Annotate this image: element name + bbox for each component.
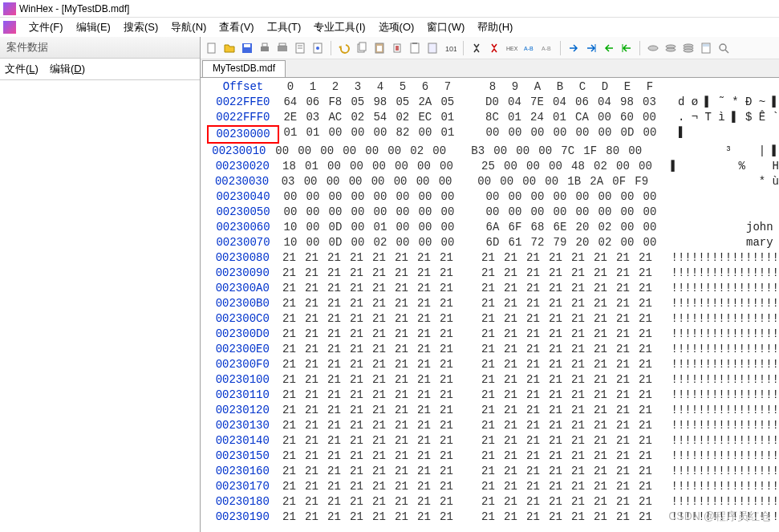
search-glass-icon[interactable] bbox=[716, 40, 732, 56]
hex-row[interactable]: 0022FFF02E03AC025402EC018C012401CA006000… bbox=[207, 110, 779, 125]
paste-icon[interactable] bbox=[371, 40, 387, 56]
find-red-icon[interactable] bbox=[486, 40, 502, 56]
bytes-group-2[interactable]: 2121212121212121 bbox=[477, 266, 660, 281]
bytes-group-1[interactable]: 2121212121212121 bbox=[278, 311, 461, 327]
hex-row[interactable]: 002300C021212121212121212121212121212121… bbox=[207, 311, 779, 327]
paste-props-icon[interactable] bbox=[310, 40, 326, 56]
bytes-group-2[interactable]: 2121212121212121 bbox=[477, 433, 660, 449]
ascii-cell[interactable]: john bbox=[679, 220, 773, 235]
hex-row[interactable]: 002300E021212121212121212121212121212121… bbox=[207, 342, 779, 357]
hex-row[interactable]: 0023014021212121212121212121212121212121… bbox=[207, 433, 779, 449]
bytes-group-2[interactable]: 2121212121212121 bbox=[477, 250, 660, 266]
arrow-right2-icon[interactable] bbox=[583, 40, 599, 56]
menu-item-7[interactable]: 选项(O) bbox=[372, 18, 421, 36]
hex3-icon[interactable]: A-B bbox=[539, 40, 555, 56]
bytes-group-1[interactable]: 0000000000000200 bbox=[271, 144, 451, 159]
bytes-group-1[interactable]: 0101000000820001 bbox=[279, 125, 465, 144]
hex-row[interactable]: 0023000001010000008200010000000000000D00… bbox=[207, 125, 779, 144]
bytes-group-1[interactable]: 2121212121212121 bbox=[278, 296, 461, 311]
bytes-group-2[interactable]: 2121212121212121 bbox=[477, 464, 660, 479]
bytes-group-1[interactable]: 2121212121212121 bbox=[278, 342, 461, 357]
arrow-right-icon[interactable] bbox=[566, 40, 582, 56]
bytes-group-2[interactable]: 2121212121212121 bbox=[477, 388, 660, 403]
bytes-group-2[interactable]: 2121212121212121 bbox=[477, 357, 660, 372]
hex-row[interactable]: 0023006010000D00010000006A6F686E20020000… bbox=[207, 220, 779, 235]
bytes-group-1[interactable]: 2121212121212121 bbox=[278, 281, 461, 296]
bytes-group-1[interactable]: 2121212121212121 bbox=[278, 357, 461, 372]
bytes-group-2[interactable]: 2121212121212121 bbox=[477, 372, 660, 388]
ascii-cell[interactable]: !!!!!!!!!!!!!!!! bbox=[671, 372, 779, 388]
bytes-group-1[interactable]: 2121212121212121 bbox=[278, 479, 461, 494]
hex-row[interactable]: 0023012021212121212121212121212121212121… bbox=[207, 403, 779, 418]
bytes-group-1[interactable]: 10000D0001000000 bbox=[279, 220, 465, 235]
hex-row[interactable]: 0023018021212121212121212121212121212121… bbox=[207, 494, 779, 510]
menu-item-2[interactable]: 搜索(S) bbox=[117, 18, 164, 36]
bytes-group-2[interactable]: 2500000048020000 bbox=[477, 159, 660, 174]
bytes-group-1[interactable]: 10000D0002000000 bbox=[279, 235, 465, 250]
bytes-group-2[interactable]: 0000000000000D00 bbox=[481, 125, 667, 144]
binary-icon[interactable]: 101 bbox=[442, 40, 458, 56]
ascii-cell[interactable]: * ù bbox=[664, 174, 779, 189]
ascii-cell[interactable]: ▌ bbox=[679, 125, 685, 144]
ascii-cell[interactable]: !!!!!!!!!!!!!!!! bbox=[671, 464, 779, 479]
bytes-group-2[interactable]: 0000000000000000 bbox=[481, 205, 667, 220]
sidebar-item-file[interactable]: 文件(L) bbox=[5, 62, 39, 76]
hex-row[interactable]: 002300A021212121212121212121212121212121… bbox=[207, 281, 779, 296]
tab-file[interactable]: MyTestDB.mdf bbox=[202, 60, 286, 78]
hex-row[interactable]: 0022FFE06406F80598052A05D0047E0406049803… bbox=[207, 95, 779, 110]
hex-row[interactable]: 002300D021212121212121212121212121212121… bbox=[207, 327, 779, 342]
bytes-group-1[interactable]: 2121212121212121 bbox=[278, 388, 461, 403]
ascii-cell[interactable]: !!!!!!!!!!!!!!!! bbox=[671, 418, 779, 433]
bytes-group-2[interactable]: 2121212121212121 bbox=[477, 510, 660, 525]
bytes-group-2[interactable]: 2121212121212121 bbox=[477, 296, 660, 311]
hex-row[interactable]: 002300F021212121212121212121212121212121… bbox=[207, 357, 779, 372]
ascii-cell[interactable]: !!!!!!!!!!!!!!!! bbox=[671, 296, 779, 311]
ascii-cell[interactable]: !!!!!!!!!!!!!!!! bbox=[671, 479, 779, 494]
bytes-group-2[interactable]: 2121212121212121 bbox=[477, 327, 660, 342]
hex-row[interactable]: 0023010021212121212121212121212121212121… bbox=[207, 372, 779, 388]
hex-row[interactable]: 002300B021212121212121212121212121212121… bbox=[207, 296, 779, 311]
hex-row[interactable]: 0023016021212121212121212121212121212121… bbox=[207, 464, 779, 479]
ascii-cell[interactable]: !!!!!!!!!!!!!!!! bbox=[671, 327, 779, 342]
hex-row[interactable]: 0023007010000D00020000006D61727920020000… bbox=[207, 235, 779, 250]
ascii-cell[interactable]: !!!!!!!!!!!!!!!! bbox=[671, 342, 779, 357]
properties-icon[interactable] bbox=[292, 40, 308, 56]
arrow-left2-icon[interactable] bbox=[619, 40, 635, 56]
ascii-cell[interactable]: !!!!!!!!!!!!!!!! bbox=[671, 250, 779, 266]
ascii-cell[interactable]: !!!!!!!!!!!!!!!! bbox=[671, 281, 779, 296]
bytes-group-2[interactable]: 6D61727920020000 bbox=[481, 235, 667, 250]
ascii-cell[interactable]: !!!!!!!!!!!!!!!! bbox=[671, 510, 779, 525]
ascii-cell[interactable]: !!!!!!!!!!!!!!!! bbox=[671, 403, 779, 418]
menu-item-4[interactable]: 查看(V) bbox=[213, 18, 260, 36]
disk3-icon[interactable] bbox=[680, 40, 696, 56]
hex-row[interactable]: 0023017021212121212121212121212121212121… bbox=[207, 479, 779, 494]
bytes-group-1[interactable]: 2121212121212121 bbox=[278, 250, 461, 266]
bytes-group-2[interactable]: 8C012401CA006000 bbox=[481, 110, 667, 125]
menu-item-0[interactable]: 文件(F) bbox=[22, 18, 70, 36]
find-icon[interactable] bbox=[469, 40, 485, 56]
ascii-cell[interactable]: !!!!!!!!!!!!!!!! bbox=[671, 433, 779, 449]
hex2-icon[interactable]: A-B bbox=[521, 40, 538, 56]
clipboard-icon[interactable] bbox=[407, 40, 423, 56]
calc-icon[interactable] bbox=[698, 40, 714, 56]
hex-area[interactable]: Offset0123456789ABCDEF0022FFE06406F80598… bbox=[201, 77, 779, 532]
clipboard2-icon[interactable] bbox=[424, 40, 440, 56]
ascii-cell[interactable]: . ¬ T ì ▌ $ Ê ` bbox=[678, 110, 779, 125]
ascii-cell[interactable]: !!!!!!!!!!!!!!!! bbox=[671, 311, 779, 327]
ascii-cell[interactable]: d ø ▌ ˜ * Ð ~ ▌ bbox=[678, 95, 779, 110]
bytes-group-1[interactable]: 2121212121212121 bbox=[278, 266, 461, 281]
bytes-group-1[interactable]: 2121212121212121 bbox=[278, 418, 461, 433]
hex-row[interactable]: 0023019021212121212121212121212121212121… bbox=[207, 510, 779, 525]
open-icon[interactable] bbox=[221, 40, 237, 56]
ascii-cell[interactable]: !!!!!!!!!!!!!!!! bbox=[671, 494, 779, 510]
bytes-group-2[interactable]: 000000001B2A0FF9 bbox=[473, 174, 654, 189]
bytes-group-1[interactable]: 2121212121212121 bbox=[278, 433, 461, 449]
ascii-cell[interactable]: ▌ % H bbox=[671, 159, 779, 174]
menu-item-8[interactable]: 窗口(W) bbox=[420, 18, 471, 36]
bytes-group-2[interactable]: 2121212121212121 bbox=[477, 281, 660, 296]
bytes-group-1[interactable]: 0000000000000000 bbox=[279, 189, 465, 205]
ascii-cell[interactable]: !!!!!!!!!!!!!!!! bbox=[671, 388, 779, 403]
bytes-group-2[interactable]: 2121212121212121 bbox=[477, 449, 660, 464]
hex-row[interactable]: 002300300300000000000000000000001B2A0FF9… bbox=[207, 174, 779, 189]
ascii-cell[interactable]: !!!!!!!!!!!!!!!! bbox=[671, 357, 779, 372]
